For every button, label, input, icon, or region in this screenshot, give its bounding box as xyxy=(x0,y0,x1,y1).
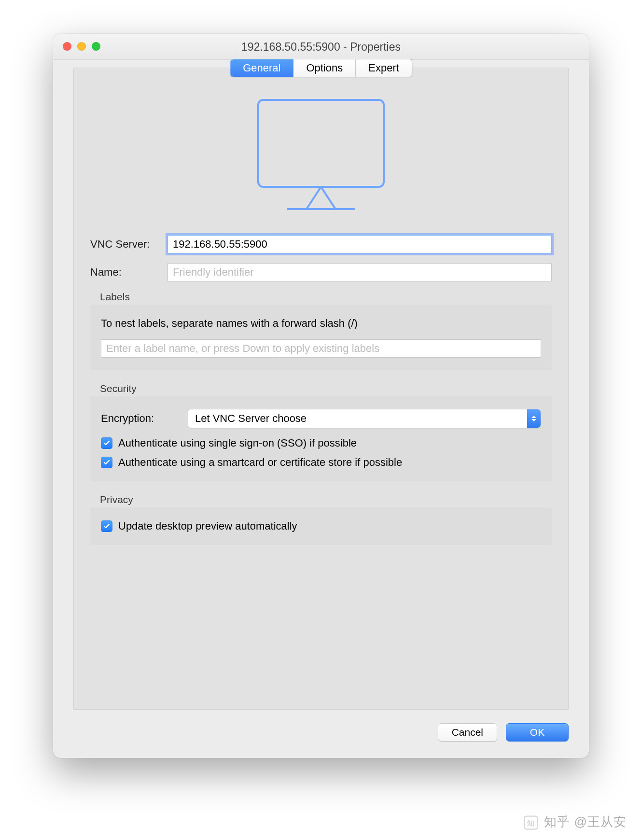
name-label: Name: xyxy=(90,266,167,279)
security-heading: Security xyxy=(100,383,552,394)
watermark: 知 知乎 @王从安 xyxy=(524,813,627,830)
footer-buttons: Cancel OK xyxy=(438,723,569,742)
labels-input[interactable] xyxy=(101,339,541,358)
tab-options[interactable]: Options xyxy=(293,59,356,77)
update-preview-checkbox-row[interactable]: Update desktop preview automatically xyxy=(101,520,541,532)
zoom-icon[interactable] xyxy=(92,42,100,51)
privacy-group: Update desktop preview automatically xyxy=(90,507,552,545)
content-panel: General Options Expert VNC Server: Name: xyxy=(73,68,569,710)
window-controls xyxy=(63,42,100,51)
vnc-server-label: VNC Server: xyxy=(90,238,167,251)
sso-checkbox-row[interactable]: Authenticate using single sign-on (SSO) … xyxy=(101,437,541,449)
name-input[interactable] xyxy=(167,263,552,281)
svg-line-2 xyxy=(321,187,335,209)
encryption-value: Let VNC Server choose xyxy=(195,412,307,425)
ok-button[interactable]: OK xyxy=(506,723,569,742)
close-icon[interactable] xyxy=(63,42,71,51)
encryption-select[interactable]: Let VNC Server choose xyxy=(188,409,541,428)
updown-icon xyxy=(527,409,541,428)
smartcard-checkbox-row[interactable]: Authenticate using a smartcard or certif… xyxy=(101,456,541,469)
svg-rect-0 xyxy=(258,100,384,187)
checkbox-checked-icon xyxy=(101,437,112,449)
tab-expert[interactable]: Expert xyxy=(356,59,412,77)
checkbox-checked-icon xyxy=(101,457,112,468)
update-preview-label: Update desktop preview automatically xyxy=(118,520,297,532)
labels-hint: To nest labels, separate names with a fo… xyxy=(101,317,541,330)
zhihu-icon: 知 xyxy=(524,815,538,830)
privacy-heading: Privacy xyxy=(100,494,552,505)
properties-window: 192.168.50.55:5900 - Properties General … xyxy=(53,34,589,758)
tab-general[interactable]: General xyxy=(230,59,293,77)
minimize-icon[interactable] xyxy=(77,42,86,51)
tab-bar: General Options Expert xyxy=(230,59,412,77)
smartcard-label: Authenticate using a smartcard or certif… xyxy=(118,456,402,469)
sso-label: Authenticate using single sign-on (SSO) … xyxy=(118,437,357,449)
titlebar: 192.168.50.55:5900 - Properties xyxy=(53,34,589,60)
cancel-button[interactable]: Cancel xyxy=(438,723,497,742)
svg-line-1 xyxy=(307,187,321,209)
watermark-text: 知乎 @王从安 xyxy=(544,814,627,829)
svg-text:知: 知 xyxy=(527,819,535,827)
labels-heading: Labels xyxy=(100,291,552,303)
security-group: Encryption: Let VNC Server choose Authen… xyxy=(90,396,552,481)
vnc-server-input[interactable] xyxy=(167,235,552,253)
labels-group: To nest labels, separate names with a fo… xyxy=(90,305,552,370)
checkbox-checked-icon xyxy=(101,520,112,532)
encryption-label: Encryption: xyxy=(101,412,188,425)
monitor-illustration xyxy=(90,97,552,215)
window-title: 192.168.50.55:5900 - Properties xyxy=(53,34,589,60)
monitor-icon xyxy=(253,97,389,213)
